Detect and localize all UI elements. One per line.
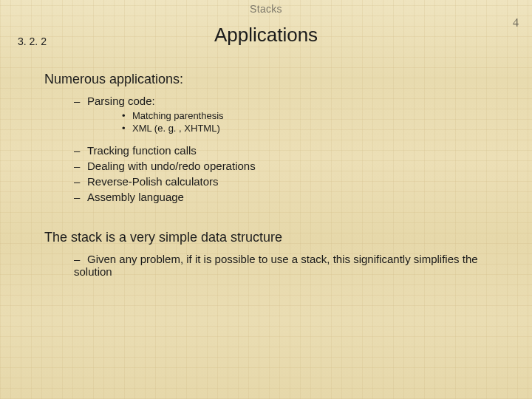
header-topic: Stacks — [0, 0, 532, 15]
list-item-label: Tracking function calls — [87, 144, 197, 157]
page-title: Applications — [0, 24, 532, 47]
intro-line: Numerous applications: — [44, 72, 510, 87]
list-item-label: Assembly language — [87, 191, 184, 203]
list-item: –Tracking function calls — [74, 144, 510, 157]
list-subitem: •Matching parenthesis — [122, 110, 510, 121]
dash-bullet-icon: – — [74, 95, 87, 107]
list-item-label: Parsing code: — [87, 95, 155, 107]
dot-bullet-icon: • — [122, 123, 132, 134]
list-item: –Assembly language — [74, 191, 510, 203]
list-subitem-label: XML (e. g. , XHTML) — [132, 123, 220, 134]
list-item: –Given any problem, if it is possible to… — [74, 253, 488, 278]
page-number: 4 — [513, 16, 519, 30]
dash-bullet-icon: – — [74, 144, 87, 157]
dash-bullet-icon: – — [74, 175, 87, 188]
dot-bullet-icon: • — [122, 110, 132, 121]
dash-bullet-icon: – — [74, 191, 87, 203]
dash-bullet-icon: – — [74, 160, 87, 172]
list-item: –Dealing with undo/redo operations — [74, 160, 510, 172]
paragraph: The stack is a very simple data structur… — [44, 230, 510, 245]
dash-bullet-icon: – — [74, 253, 87, 265]
list-subitem: •XML (e. g. , XHTML) — [122, 123, 510, 134]
list-subitem-label: Matching parenthesis — [132, 110, 224, 121]
list-item-label: Reverse-Polish calculators — [87, 175, 219, 188]
list-item: –Reverse-Polish calculators — [74, 175, 510, 188]
section-number: 3. 2. 2 — [18, 35, 47, 47]
list-item-label: Given any problem, if it is possible to … — [74, 253, 478, 278]
list-item-label: Dealing with undo/redo operations — [87, 160, 256, 172]
slide-content: Numerous applications: –Parsing code: •M… — [0, 72, 532, 278]
list-item: –Parsing code: — [74, 95, 510, 107]
